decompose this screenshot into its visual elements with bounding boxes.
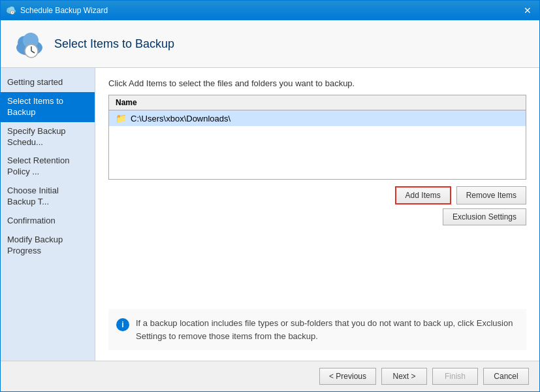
info-text: If a backup location includes file types… <box>136 317 518 342</box>
close-button[interactable]: ✕ <box>521 4 534 17</box>
content-area: Getting started Select Items to Backup S… <box>1 68 539 361</box>
finish-button[interactable]: Finish <box>432 368 478 385</box>
info-icon: i <box>116 318 129 331</box>
add-items-button[interactable]: Add Items <box>395 186 451 204</box>
sidebar-item-retention[interactable]: Select Retention Policy ... <box>1 152 95 182</box>
sidebar-item-confirmation[interactable]: Confirmation <box>1 212 95 231</box>
window-title: Schedule Backup Wizard <box>20 6 521 15</box>
next-button[interactable]: Next > <box>381 368 427 385</box>
page-title: Select Items to Backup <box>54 37 174 51</box>
action-buttons-row1: Add Items Remove Items <box>108 186 526 204</box>
wizard-footer: < Previous Next > Finish Cancel <box>1 361 539 391</box>
sidebar-item-select-items[interactable]: Select Items to Backup <box>1 92 95 122</box>
remove-items-button[interactable]: Remove Items <box>456 186 526 204</box>
main-panel: Click Add Items to select the files and … <box>95 68 539 361</box>
instruction-text: Click Add Items to select the files and … <box>108 78 526 88</box>
header-icon <box>14 28 45 59</box>
previous-button[interactable]: < Previous <box>319 368 376 385</box>
file-path: C:\Users\xbox\Downloads\ <box>131 114 230 123</box>
sidebar-item-initial-backup[interactable]: Choose Initial Backup T... <box>1 182 95 212</box>
app-icon <box>6 5 16 16</box>
exclusion-settings-button[interactable]: Exclusion Settings <box>443 208 526 225</box>
sidebar: Getting started Select Items to Backup S… <box>1 68 95 361</box>
action-buttons-row2: Exclusion Settings <box>108 208 526 225</box>
sidebar-item-modify-progress[interactable]: Modify Backup Progress <box>1 231 95 261</box>
info-box: i If a backup location includes file typ… <box>108 309 526 350</box>
cancel-button[interactable]: Cancel <box>483 368 529 385</box>
file-list-container: Name 📁 C:\Users\xbox\Downloads\ <box>108 95 526 180</box>
titlebar: Schedule Backup Wizard ✕ <box>1 1 539 20</box>
file-list-header: Name <box>109 95 526 110</box>
sidebar-item-specify-backup[interactable]: Specify Backup Schedu... <box>1 122 95 152</box>
list-item[interactable]: 📁 C:\Users\xbox\Downloads\ <box>109 110 526 126</box>
sidebar-item-getting-started[interactable]: Getting started <box>1 73 95 92</box>
folder-icon: 📁 <box>116 113 127 123</box>
wizard-window: Schedule Backup Wizard ✕ Select Items to… <box>0 0 540 392</box>
wizard-header: Select Items to Backup <box>1 20 539 68</box>
